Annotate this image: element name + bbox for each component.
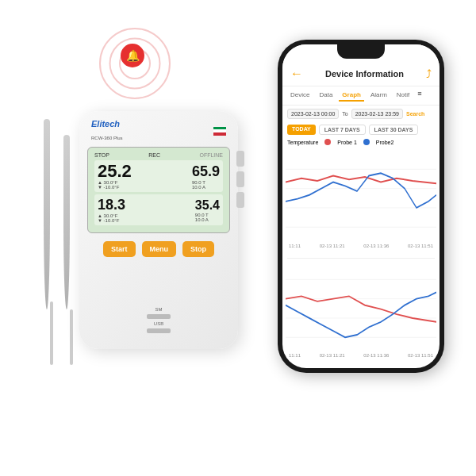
probe1-reading: 25.2 ▲ 30.0°F ▼ -10.0°F 65.9 90.0 T 10.0… <box>94 160 223 192</box>
probe2-humidity: 35.4 <box>195 198 220 213</box>
lcd-status-row: STOP REC OFFLINE <box>94 152 223 158</box>
smartphone: ← Device Information ⤴ Device Data Graph… <box>278 40 444 373</box>
start-button[interactable]: Start <box>103 241 136 257</box>
lcd-screen: STOP REC OFFLINE 25.2 ▲ 30.0°F ▼ -10.0°F… <box>87 147 230 233</box>
cable-right <box>70 309 73 365</box>
side-btn-2[interactable] <box>236 171 244 187</box>
period-today-button[interactable]: TODAY <box>287 125 316 135</box>
tab-data[interactable]: Data <box>316 90 336 102</box>
model-label: RCW-360 Plus <box>91 136 123 140</box>
port-label-usb: USB <box>154 321 163 326</box>
side-btn-3[interactable] <box>236 192 244 208</box>
probe1-legend-dot <box>324 139 331 145</box>
probe2-legend-dot <box>363 139 370 145</box>
tab-notif[interactable]: Notif <box>393 90 413 102</box>
stop-button[interactable]: Stop <box>182 241 214 257</box>
app-nav: Device Data Graph Alarm Notif ≡ <box>282 86 440 106</box>
probe2-reading: 18.3 ▲ 30.0°F ▼ -10.0°F 35.4 90.0 T 10.0… <box>94 194 223 225</box>
phone-notch <box>337 40 385 59</box>
chart2-time-labels: 11:11 02-13 11:21 02-13 11:36 02-13 11:5… <box>286 353 436 358</box>
port-slot-1 <box>147 314 171 319</box>
phone-screen: ← Device Information ⤴ Device Data Graph… <box>282 44 440 368</box>
device-header: Elitech RCW-360 Plus <box>79 111 238 147</box>
chart-legend: Temperature Probe 1 Probe2 <box>282 137 440 147</box>
chart1-time-labels: 11:11 02-13 11:21 02-13 11:36 02-13 11:5… <box>286 244 436 248</box>
status-rec: REC <box>148 152 160 158</box>
date-from-selector[interactable]: 2023-02-13 00:00 <box>287 109 339 119</box>
status-offline: OFFLINE <box>199 152 223 158</box>
flag-italy <box>213 127 226 136</box>
device-ports: SM USB <box>147 307 171 333</box>
period-7days-button[interactable]: LAST 7 DAYS <box>319 125 366 135</box>
port-label-sm: SM <box>155 307 163 312</box>
probe1-temp: 25.2 <box>98 163 132 180</box>
probe1-legend-label: Probe 1 <box>337 140 357 145</box>
device-body: Elitech RCW-360 Plus STOP REC OFFLINE 25… <box>79 111 238 349</box>
port-slot-2 <box>147 328 171 333</box>
probe2-temp: 18.3 <box>98 197 125 213</box>
probe1-humidity: 65.9 <box>192 163 220 180</box>
menu-icon[interactable]: ≡ <box>417 90 421 102</box>
probe-left <box>44 119 50 309</box>
side-btn-1[interactable] <box>236 151 244 167</box>
probe-right <box>63 135 70 309</box>
menu-button[interactable]: Menu <box>142 241 177 257</box>
chart1-label: Temperature <box>287 140 318 145</box>
date-range: 2023-02-13 00:00 To 2023-02-13 23:59 Sea… <box>282 106 440 122</box>
alarm-icon: 🔔 <box>121 44 144 67</box>
tab-alarm[interactable]: Alarm <box>367 90 390 102</box>
share-button[interactable]: ⤴ <box>426 67 432 80</box>
cable-left <box>50 301 53 365</box>
scene: 🔔 Elitech RCW-360 Plus STOP REC OFFLINE <box>0 0 476 476</box>
humidity-svg <box>286 260 436 351</box>
period-buttons: TODAY LAST 7 DAYS LAST 30 DAYS <box>282 122 440 137</box>
temperature-svg <box>286 150 436 240</box>
app-title: Device Information <box>325 69 404 79</box>
brand-logo: Elitech RCW-360 Plus <box>91 119 123 143</box>
status-stop: STOP <box>94 152 109 158</box>
period-30days-button[interactable]: LAST 30 DAYS <box>369 125 419 135</box>
search-button[interactable]: Search <box>406 111 424 117</box>
date-to-label: To <box>342 111 347 117</box>
date-to-selector[interactable]: 2023-02-13 23:59 <box>351 109 403 119</box>
device-buttons: Start Menu Stop <box>79 241 238 257</box>
temperature-chart: 11:11 02-13 11:21 02-13 11:36 02-13 11:5… <box>282 148 440 258</box>
back-button[interactable]: ← <box>290 67 303 81</box>
humidity-chart: 11:11 02-13 11:21 02-13 11:36 02-13 11:5… <box>282 259 440 368</box>
side-buttons <box>236 151 244 208</box>
tab-graph[interactable]: Graph <box>339 90 364 102</box>
tab-device[interactable]: Device <box>287 90 313 102</box>
charts-area: 11:11 02-13 11:21 02-13 11:36 02-13 11:5… <box>282 147 440 368</box>
probe2-legend-label: Probe2 <box>376 140 394 145</box>
